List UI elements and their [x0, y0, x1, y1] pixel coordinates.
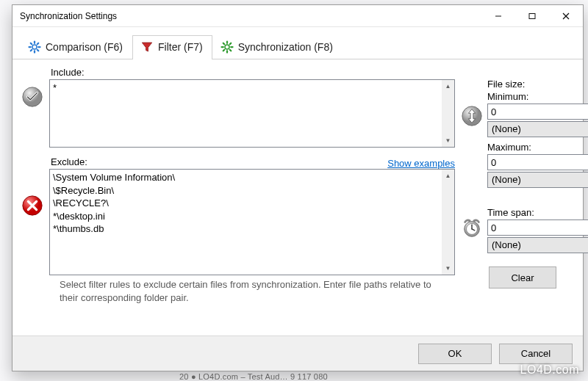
- scroll-up-icon[interactable]: ▲: [442, 80, 454, 92]
- include-input[interactable]: [50, 80, 442, 145]
- include-group: Include: ▲ ▼: [20, 65, 455, 148]
- timespan-icon-wrap: [461, 207, 483, 239]
- button-label: Cancel: [521, 348, 551, 359]
- alarm-clock-icon: [461, 217, 483, 239]
- timespan-title: Time span:: [487, 207, 588, 218]
- filesize-min-unit-combo[interactable]: (None) ▾: [487, 121, 588, 137]
- cross-circle-icon: [21, 195, 43, 217]
- gear-green-icon: [220, 40, 234, 54]
- svg-rect-1: [529, 13, 535, 18]
- backdrop-statusbar: 20 ● LO4D.com – Test Aud… 9 117 080: [179, 372, 328, 381]
- window-controls: [481, 5, 583, 26]
- svg-line-9: [31, 43, 32, 45]
- dialog-footer: OK Cancel: [12, 335, 583, 371]
- filesize-icon-wrap: [461, 79, 483, 127]
- combo-value: (None): [488, 122, 588, 137]
- exclude-input[interactable]: [50, 170, 442, 272]
- help-text: Select filter rules to exclude certain f…: [20, 275, 455, 304]
- content-row: Include: ▲ ▼: [12, 59, 583, 335]
- svg-point-13: [225, 45, 229, 49]
- filesize-title: File size:: [487, 79, 588, 90]
- funnel-icon: [140, 40, 154, 54]
- svg-line-19: [229, 50, 231, 51]
- timespan-group: Time span: ▲▼ (None) ▾: [461, 207, 576, 253]
- settings-dialog: Synchronization Settings Comparison (F6): [12, 4, 584, 371]
- include-icon-wrap: [20, 65, 45, 108]
- combo-value: (None): [488, 173, 588, 187]
- tab-filter[interactable]: Filter (F7): [132, 35, 212, 59]
- right-column: File size: Minimum: ▲▼ (None) ▾ Maximum:: [461, 65, 576, 333]
- timespan-spinner: ▲▼: [487, 219, 588, 236]
- gear-blue-icon: [28, 40, 41, 54]
- button-label: Clear: [511, 272, 534, 283]
- combo-value: (None): [488, 238, 588, 253]
- ok-button[interactable]: OK: [418, 344, 492, 364]
- scroll-down-icon[interactable]: ▼: [442, 134, 454, 147]
- button-label: OK: [448, 348, 462, 359]
- tab-synchronization[interactable]: Synchronization (F8): [212, 35, 343, 59]
- tab-comparison[interactable]: Comparison (F6): [20, 35, 132, 59]
- tabbar: Comparison (F6) Filter (F7) Synchronizat…: [12, 27, 583, 59]
- maximize-icon: [528, 12, 536, 20]
- exclude-group: Exclude: Show examples ▲ ▼: [20, 155, 455, 275]
- filesize-max-label: Maximum:: [487, 142, 588, 153]
- close-button[interactable]: [549, 5, 583, 26]
- cancel-button[interactable]: Cancel: [499, 344, 573, 364]
- clear-button[interactable]: Clear: [489, 266, 556, 289]
- svg-line-11: [31, 50, 32, 51]
- filesize-min-label: Minimum:: [487, 91, 588, 102]
- svg-line-12: [37, 43, 39, 45]
- minimize-button[interactable]: [481, 5, 515, 26]
- filesize-min-spinner: ▲▼: [487, 104, 588, 120]
- tab-label: Comparison (F6): [46, 41, 123, 53]
- exclude-icon-wrap: [20, 155, 45, 217]
- timespan-input[interactable]: [488, 220, 588, 235]
- filesize-max-input[interactable]: [488, 155, 588, 170]
- svg-point-4: [32, 45, 37, 49]
- exclude-scrollbar[interactable]: ▲ ▼: [442, 170, 454, 275]
- svg-line-20: [223, 50, 224, 51]
- svg-line-18: [223, 43, 224, 45]
- window-title: Synchronization Settings: [20, 11, 117, 21]
- scroll-up-icon[interactable]: ▲: [442, 170, 454, 182]
- dialog-body: Include: ▲ ▼: [12, 59, 583, 371]
- maximize-button[interactable]: [515, 5, 549, 26]
- scroll-down-icon[interactable]: ▼: [442, 262, 454, 275]
- left-column: Include: ▲ ▼: [20, 65, 455, 333]
- tab-label: Filter (F7): [158, 41, 203, 53]
- checkmark-circle-icon: [21, 86, 43, 108]
- exclude-label: Exclude:: [51, 156, 87, 167]
- filesize-max-spinner: ▲▼: [487, 154, 588, 170]
- timespan-unit-combo[interactable]: (None) ▾: [487, 237, 588, 253]
- scroll-track[interactable]: [442, 182, 454, 262]
- scroll-track[interactable]: [442, 92, 454, 134]
- include-scrollbar[interactable]: ▲ ▼: [442, 80, 454, 147]
- filesize-min-input[interactable]: [488, 104, 588, 119]
- minimize-icon: [495, 12, 502, 20]
- include-label: Include:: [51, 67, 455, 78]
- updown-circle-icon: [461, 105, 483, 127]
- include-textarea-wrap: ▲ ▼: [49, 79, 455, 148]
- filesize-max-unit-combo[interactable]: (None) ▾: [487, 172, 588, 188]
- svg-line-21: [229, 43, 231, 45]
- filesize-group: File size: Minimum: ▲▼ (None) ▾ Maximum:: [461, 79, 576, 188]
- close-icon: [562, 12, 570, 20]
- titlebar: Synchronization Settings: [12, 5, 583, 27]
- tab-label: Synchronization (F8): [238, 41, 333, 53]
- show-examples-link[interactable]: Show examples: [387, 158, 455, 169]
- exclude-textarea-wrap: ▲ ▼: [49, 169, 455, 275]
- svg-line-10: [37, 50, 39, 51]
